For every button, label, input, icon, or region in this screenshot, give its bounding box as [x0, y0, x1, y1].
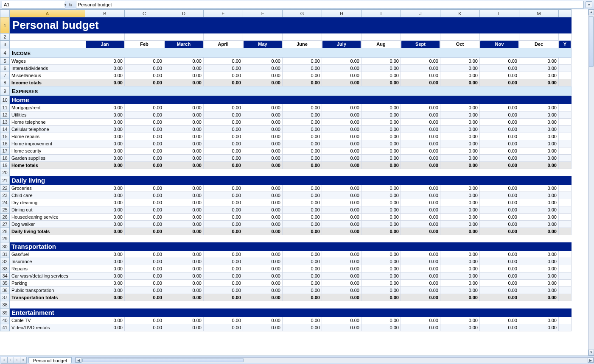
formula-bar: ▾ fx ▾ [0, 0, 594, 9]
formula-input[interactable] [76, 1, 584, 8]
fx-icon[interactable]: fx [67, 2, 74, 7]
name-box-dropdown-icon[interactable]: ▾ [64, 3, 67, 7]
name-box[interactable]: ▾ [2, 1, 65, 8]
name-box-input[interactable] [2, 2, 64, 7]
expand-formula-bar-icon[interactable]: ▾ [586, 1, 592, 8]
